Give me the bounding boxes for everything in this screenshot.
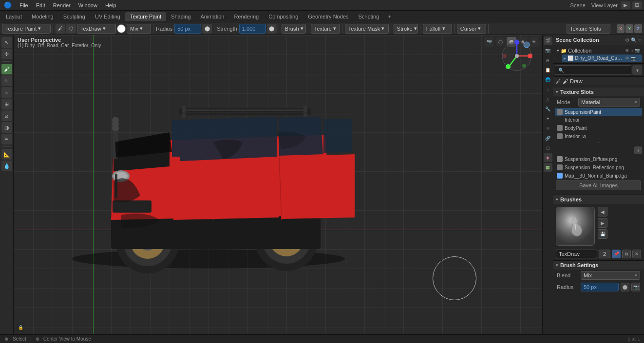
brush-icon-2[interactable]: ⬡ xyxy=(66,24,76,34)
strength-input[interactable]: 1.000 xyxy=(239,24,266,34)
cursor-dropdown[interactable]: Cursor▾ xyxy=(457,24,486,34)
stroke-dropdown[interactable]: Stroke▾ xyxy=(394,24,418,34)
exclude-icon[interactable]: ○ xyxy=(631,48,633,53)
clone-tool[interactable]: ⊞ xyxy=(1,99,12,109)
falloff-dropdown[interactable]: Falloff▾ xyxy=(423,24,452,34)
menu-window[interactable]: Window xyxy=(75,1,101,9)
brushes-header[interactable]: ▾ Brushes xyxy=(553,195,644,204)
tab-scripting[interactable]: Scripting xyxy=(353,12,384,21)
brush-settings-header[interactable]: ▾ Brush Settings xyxy=(553,261,644,270)
brush-dropdown[interactable]: Brush▾ xyxy=(282,24,306,34)
bs-radius-icon1[interactable]: ⬤ xyxy=(621,283,629,291)
rp-obj-icon[interactable]: △ xyxy=(544,95,552,104)
slot-interior[interactable]: Interior xyxy=(555,116,642,124)
menu-file[interactable]: File xyxy=(16,1,32,9)
brush-prev-btn[interactable]: ◀ xyxy=(598,207,607,217)
tab-layout[interactable]: Layout xyxy=(1,12,27,21)
brush-icon-1[interactable]: 🖌 xyxy=(56,24,65,34)
obj-render-icon[interactable]: 📷 xyxy=(631,56,636,61)
mask-tool[interactable]: ◑ xyxy=(1,122,12,133)
tab-sculpting[interactable]: Sculpting xyxy=(58,12,90,21)
visibility-icon[interactable]: 👁 xyxy=(625,48,629,53)
viewport-lock-btn[interactable]: 🔒 xyxy=(16,323,25,332)
save-all-images-btn[interactable]: Save All Images xyxy=(556,181,641,190)
tab-animation[interactable]: Animation xyxy=(196,12,229,21)
filter-btn2[interactable]: 🔍 xyxy=(631,37,637,43)
tab-shading[interactable]: Shading xyxy=(166,12,195,21)
tab-compositing[interactable]: Compositing xyxy=(264,12,303,21)
tab-rendering[interactable]: Rendering xyxy=(229,12,264,21)
brush-delete-btn[interactable]: ✕ xyxy=(632,250,641,258)
smear-tool[interactable]: ≈ xyxy=(1,87,12,98)
brush-name-dropdown[interactable]: TexDraw▾ xyxy=(77,24,116,34)
rp-output-icon[interactable]: 🖨 xyxy=(544,56,552,65)
brush-save-btn[interactable]: 💾 xyxy=(598,229,607,239)
brush-pin-btn[interactable]: 📌 xyxy=(612,250,621,258)
rp-render-icon[interactable]: 📷 xyxy=(544,46,552,55)
rp-data-icon[interactable]: ◻ xyxy=(544,144,552,152)
annotate-tool[interactable]: ✒ xyxy=(1,134,12,144)
brush-name-display[interactable]: TexDraw xyxy=(556,250,597,258)
cursor-tool[interactable]: ✛ xyxy=(1,49,12,59)
slot-body-paint[interactable]: BodyPaint xyxy=(555,124,642,132)
obj-visibility-icon[interactable]: 👁 xyxy=(625,56,629,61)
tex-normal-bump[interactable]: Map__30_Normal_Bump.tga xyxy=(555,172,642,180)
viewport-gizmo[interactable]: X Y Z xyxy=(500,39,534,73)
slot-suspension-paint[interactable]: SuspensionPaint xyxy=(555,108,642,116)
properties-search-input[interactable]: 🔍 xyxy=(555,65,631,75)
strength-icon[interactable]: ⬤ xyxy=(267,24,277,34)
blender-logo[interactable]: 🔵 xyxy=(0,1,16,9)
measure-tool[interactable]: 📐 xyxy=(1,149,12,160)
tab-geometry-nodes[interactable]: Geometry Nodes xyxy=(303,12,353,21)
vp-camera-icon[interactable]: 📷 xyxy=(484,37,494,47)
slot-interior-w[interactable]: Interior_w xyxy=(555,132,642,140)
ts-mode-dropdown[interactable]: Material ▾ xyxy=(578,98,640,107)
fill-tool[interactable]: ⧄ xyxy=(1,110,12,121)
add-texture-btn[interactable]: + xyxy=(634,146,642,154)
object-row[interactable]: ▸ ⬜ Dirty_Off_Road_Car_Exte... 👁 📷 xyxy=(562,54,642,62)
tab-add[interactable]: + xyxy=(384,12,395,21)
bs-blend-dropdown[interactable]: Mix ▾ xyxy=(581,271,640,280)
radius-input[interactable]: 50 px xyxy=(174,24,201,34)
rp-world-icon[interactable]: ○ xyxy=(544,85,552,94)
select-tool[interactable]: ↖ xyxy=(1,37,12,48)
tab-texture-paint[interactable]: Texture Paint xyxy=(125,12,166,21)
texture-slots-header[interactable]: ▾ Texture Slots xyxy=(553,88,644,96)
menu-help[interactable]: Help xyxy=(101,1,120,9)
radius-icon[interactable]: ⬤ xyxy=(202,24,212,34)
menu-edit[interactable]: Edit xyxy=(32,1,49,9)
rp-scene2-icon[interactable]: 🌐 xyxy=(544,75,552,84)
render-img-btn[interactable]: 🖼 xyxy=(632,1,642,9)
bs-radius-icon2[interactable]: 📷 xyxy=(631,283,640,291)
brush-next-btn[interactable]: ▶ xyxy=(598,218,607,228)
filter-btn3[interactable]: ≡ xyxy=(638,37,641,43)
texture-mask-dropdown[interactable]: Texture Mask▾ xyxy=(345,24,389,34)
menu-render[interactable]: Render xyxy=(49,1,75,9)
bs-radius-input[interactable]: 50 px xyxy=(581,283,619,291)
brush-copy-btn[interactable]: ⧉ xyxy=(622,250,631,258)
blend-dropdown[interactable]: Mix▾ xyxy=(127,24,151,34)
filter-btn[interactable]: ⚙ xyxy=(625,37,629,43)
properties-filter-btn[interactable]: ▾ xyxy=(632,65,642,75)
rp-constraint-icon[interactable]: 🔗 xyxy=(544,134,552,143)
viewport[interactable]: User Perspective (1) Dirty_Off_Road_Car_… xyxy=(14,35,542,334)
soften-tool[interactable]: ≋ xyxy=(1,75,12,86)
rp-scene-icon[interactable]: 🎬 xyxy=(544,36,552,45)
collection-row[interactable]: ▾ 📁 Collection 👁 ○ 📷 xyxy=(555,47,642,54)
xyz-toggle[interactable]: X Y Z xyxy=(617,24,642,33)
rp-view-icon[interactable]: 📋 xyxy=(544,66,552,74)
tab-modeling[interactable]: Modeling xyxy=(27,12,58,21)
rp-modifier-icon[interactable]: 🔧 xyxy=(544,105,552,113)
white-swatch[interactable] xyxy=(117,24,126,33)
tab-uv-editing[interactable]: UV Editing xyxy=(90,12,125,21)
tex-suspension-reflection[interactable]: Suspension_Reflection.png xyxy=(555,163,642,171)
tex-suspension-diffuse[interactable]: Suspension_Diffuse.png xyxy=(555,155,642,163)
render-hide-icon[interactable]: 📷 xyxy=(635,48,640,53)
eyedropper-tool[interactable]: 💧 xyxy=(1,161,12,171)
rp-particle-icon[interactable]: ✦ xyxy=(544,114,552,123)
render-btn[interactable]: ▶ xyxy=(621,1,630,9)
rp-physics-icon[interactable]: ⚛ xyxy=(544,124,552,133)
texture-dropdown[interactable]: Texture▾ xyxy=(311,24,340,34)
rp-mat-icon[interactable]: ◈ xyxy=(544,153,552,162)
draw-tool[interactable]: 🖌 xyxy=(1,64,12,74)
